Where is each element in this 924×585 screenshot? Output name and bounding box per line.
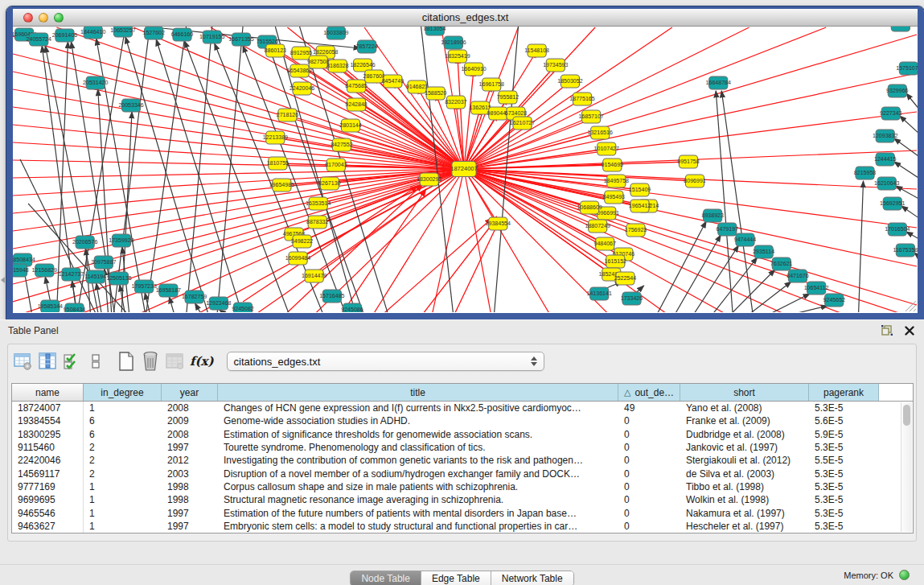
network-node[interactable]: 12923468 <box>206 297 231 310</box>
network-node[interactable]: 18775165 <box>569 93 594 105</box>
network-node[interactable]: 10688609 <box>577 201 602 214</box>
network-node[interactable]: 8495493 <box>603 191 626 204</box>
network-edge[interactable] <box>721 91 753 312</box>
network-node[interactable]: 9154695 <box>602 159 624 171</box>
network-node[interactable]: 1756923 <box>625 224 647 237</box>
network-edge[interactable] <box>464 162 688 169</box>
column-header-year[interactable]: year <box>162 384 218 401</box>
network-node[interactable]: 11548108 <box>524 44 549 57</box>
network-node[interactable]: 8215958 <box>854 167 877 179</box>
network-node[interactable]: 8813054 <box>424 27 446 35</box>
network-window-titlebar[interactable]: citations_edges.txt <box>13 9 918 27</box>
network-node[interactable]: 16958187 <box>156 284 181 297</box>
function-builder-icon[interactable]: f(x) <box>190 354 214 369</box>
network-node[interactable]: 8878332 <box>306 216 329 229</box>
network-edge[interactable] <box>77 27 125 312</box>
network-node[interactable]: 1588520 <box>425 87 447 100</box>
network-node[interactable]: 9951758 <box>677 155 700 168</box>
network-node[interactable]: 18724007 <box>450 162 478 177</box>
network-edge[interactable] <box>185 41 290 312</box>
network-edge[interactable] <box>113 27 150 312</box>
row-height-icon[interactable] <box>84 349 108 373</box>
network-node[interactable]: 19734593 <box>543 59 568 72</box>
network-node[interactable]: 1527602 <box>143 27 166 39</box>
network-node[interactable]: 8938923 <box>701 209 724 222</box>
network-node[interactable]: 18446410 <box>80 27 105 39</box>
network-edge[interactable] <box>464 133 600 169</box>
network-node[interactable]: 10654112 <box>804 282 829 295</box>
network-node[interactable]: 13216516 <box>588 126 613 139</box>
table-row[interactable]: 2242004622012Investigating the contribut… <box>12 454 913 467</box>
network-node[interactable]: 7955812 <box>497 91 519 104</box>
network-node[interactable]: 12505135 <box>106 272 131 285</box>
table-settings-icon[interactable] <box>11 349 35 373</box>
network-node[interactable]: 20691406 <box>52 29 77 42</box>
column-header-short[interactable]: short <box>680 384 809 401</box>
network-node[interactable]: 12142737 <box>59 268 84 281</box>
network-node[interactable]: 1515409 <box>629 183 651 196</box>
network-node[interactable]: 19218906 <box>441 36 466 49</box>
show-column-icon[interactable] <box>35 349 60 373</box>
network-node[interactable]: 24055724 <box>27 33 51 46</box>
network-node[interactable]: 8860123 <box>265 44 287 57</box>
network-node[interactable]: 16099484 <box>285 252 310 265</box>
network-node[interactable]: 16857107 <box>578 110 603 123</box>
network-node[interactable]: 18503052 <box>557 75 582 88</box>
network-node[interactable]: 16961758 <box>479 78 504 91</box>
network-node[interactable]: 8454749 <box>382 75 405 88</box>
network-node[interactable]: 8267130 <box>318 177 341 190</box>
network-node[interactable]: 12156829 <box>32 264 57 277</box>
table-row[interactable]: 946362711997Embryonic stem cells: a mode… <box>12 520 913 533</box>
network-node[interactable]: 9508434 <box>64 303 86 312</box>
network-edge[interactable] <box>746 282 791 312</box>
network-node[interactable]: 8096991 <box>684 175 706 187</box>
float-panel-icon[interactable] <box>881 325 893 336</box>
network-node[interactable]: 16210727 <box>510 117 535 130</box>
network-node[interactable]: 2522544 <box>614 272 637 285</box>
network-node[interactable]: 9474444 <box>734 233 757 246</box>
network-node[interactable]: 2718126 <box>277 109 299 122</box>
table-row[interactable]: 969969511998Structural magnetic resonanc… <box>12 493 913 506</box>
network-node[interactable]: 20206576 <box>72 236 97 249</box>
network-node[interactable]: 10653257 <box>110 27 135 37</box>
network-edge[interactable] <box>421 220 496 312</box>
network-node[interactable]: 30975887 <box>91 256 116 269</box>
network-canvas[interactable]: 1696045624055724206914061844641010653257… <box>13 27 918 312</box>
column-header-name[interactable]: name <box>12 384 84 401</box>
network-edge[interactable] <box>494 27 518 312</box>
network-node[interactable]: 2935114 <box>753 245 774 258</box>
network-node[interactable]: 9227343 <box>880 107 902 120</box>
network-node[interactable]: 19384554 <box>486 217 511 230</box>
network-edge[interactable] <box>906 93 918 123</box>
network-node[interactable]: 16210643 <box>874 177 899 190</box>
network-node[interactable]: 15692951 <box>880 197 905 210</box>
delete-table-icon[interactable] <box>138 349 162 373</box>
network-node[interactable]: 16671355 <box>228 33 253 46</box>
network-node[interactable]: 8427552 <box>331 138 353 151</box>
network-node[interactable]: 1244415 <box>874 153 897 166</box>
network-node[interactable]: 6466160 <box>171 28 194 41</box>
network-edge[interactable] <box>784 306 827 312</box>
network-node[interactable]: 16033809 <box>323 27 348 39</box>
network-edge[interactable] <box>433 169 464 312</box>
network-node[interactable]: 7857224 <box>355 40 378 53</box>
network-node[interactable]: 1810755 <box>267 157 290 170</box>
network-node[interactable]: 20053346 <box>118 99 143 112</box>
network-node[interactable]: 9329966 <box>886 84 909 97</box>
column-header-in_degree[interactable]: in_degree <box>84 384 162 401</box>
table-row[interactable]: 1830029562008Estimation of significance … <box>12 428 913 441</box>
network-node[interactable]: 8475685 <box>345 80 368 93</box>
table-row[interactable]: 1938455462009Genome-wide association stu… <box>12 414 913 427</box>
table-row[interactable]: 946554611997Estimation of the future num… <box>12 506 913 519</box>
network-node[interactable]: 9245082 <box>232 303 254 312</box>
memory-status-icon[interactable] <box>899 570 910 580</box>
network-edge[interactable] <box>464 169 899 312</box>
table-row[interactable]: 911546021997Tourette syndrome. Phenomeno… <box>12 441 913 454</box>
table-row[interactable]: 1456911722003Disruption of a novel membe… <box>12 467 913 480</box>
network-edge[interactable] <box>464 169 840 312</box>
network-node[interactable]: 8186328 <box>326 60 349 72</box>
network-node[interactable]: 17957233 <box>131 280 156 293</box>
network-node[interactable]: 16782759 <box>182 290 207 303</box>
network-node[interactable]: 1597563 <box>889 27 912 31</box>
network-node[interactable]: 15716485 <box>319 290 344 303</box>
